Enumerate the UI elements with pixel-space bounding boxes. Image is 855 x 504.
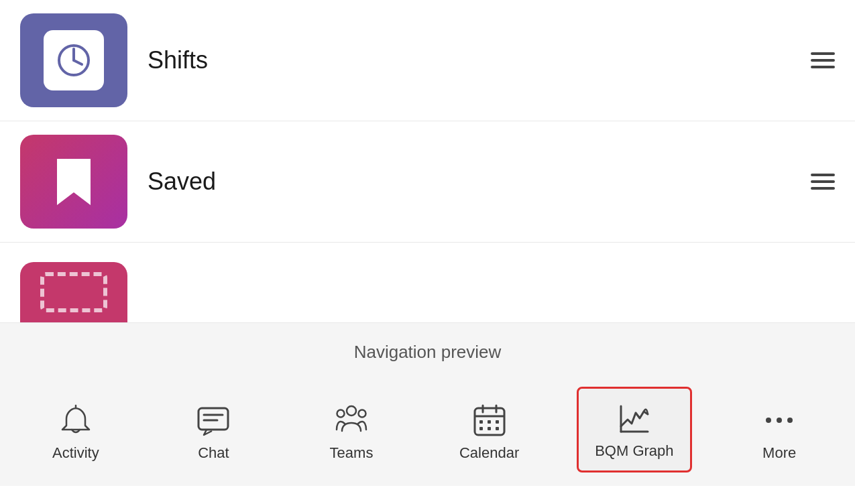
clock-svg <box>50 37 97 84</box>
svg-rect-16 <box>496 420 499 424</box>
more-icon <box>760 401 798 439</box>
nav-item-activity[interactable]: Activity <box>25 391 126 472</box>
saved-icon-bg <box>20 135 127 229</box>
svg-rect-14 <box>479 420 483 424</box>
clock-icon <box>44 30 104 90</box>
calendar-label: Calendar <box>459 444 519 462</box>
app-item-saved[interactable]: Saved <box>0 121 855 243</box>
app-item-partial[interactable] <box>0 243 855 323</box>
more-label: More <box>762 444 796 462</box>
shifts-menu-button[interactable] <box>811 52 835 68</box>
teams-label: Teams <box>330 444 374 462</box>
navigation-preview-section: Navigation preview Activity Chat <box>0 323 855 486</box>
svg-rect-15 <box>488 420 491 424</box>
svg-point-9 <box>358 410 365 418</box>
svg-rect-18 <box>488 427 491 430</box>
svg-rect-17 <box>479 427 483 430</box>
teams-icon <box>333 401 370 439</box>
activity-label: Activity <box>52 444 99 462</box>
svg-point-8 <box>337 410 344 418</box>
nav-item-teams[interactable]: Teams <box>301 391 402 472</box>
shifts-icon-bg <box>20 13 127 107</box>
bqm-graph-label: BQM Graph <box>595 442 673 460</box>
svg-point-22 <box>766 418 771 423</box>
svg-point-23 <box>777 418 782 423</box>
partial-icon-inner <box>40 272 107 312</box>
activity-icon <box>57 401 95 439</box>
calendar-icon <box>471 401 508 439</box>
nav-bar: Activity Chat Teams <box>0 376 855 486</box>
svg-point-7 <box>347 406 356 416</box>
saved-menu-button[interactable] <box>811 174 835 190</box>
bqm-graph-icon <box>616 399 653 437</box>
nav-item-calendar[interactable]: Calendar <box>439 391 540 472</box>
shifts-label: Shifts <box>148 46 811 74</box>
partial-icon-bg <box>20 262 127 322</box>
chat-icon <box>194 401 232 439</box>
app-list: Shifts Saved <box>0 0 855 323</box>
svg-rect-19 <box>496 427 499 430</box>
svg-point-24 <box>787 418 793 423</box>
chat-label: Chat <box>198 444 229 462</box>
navigation-preview-title: Navigation preview <box>0 335 855 376</box>
app-item-shifts[interactable]: Shifts <box>0 0 855 121</box>
nav-item-chat[interactable]: Chat <box>163 391 264 472</box>
nav-item-more[interactable]: More <box>729 391 830 472</box>
nav-item-bqm-graph[interactable]: BQM Graph <box>577 387 691 472</box>
svg-rect-4 <box>198 408 228 430</box>
bookmark-svg <box>50 153 97 210</box>
saved-label: Saved <box>148 168 811 196</box>
